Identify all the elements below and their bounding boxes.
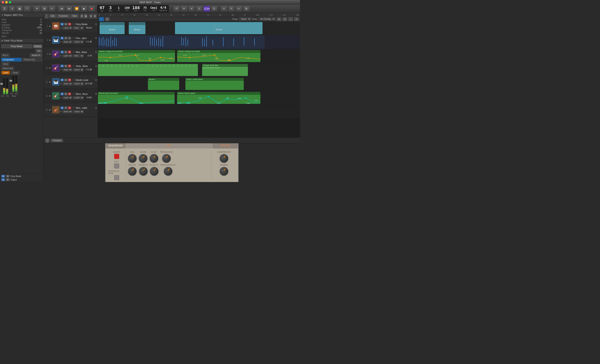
fader-left[interactable] — [2, 78, 2, 95]
track-expand-13[interactable]: ▶ — [49, 109, 51, 111]
snap-tool[interactable]: ⊞ — [105, 17, 110, 21]
r-track-10[interactable]: R — [68, 64, 71, 67]
scroll-up-button[interactable]: ↑ — [45, 14, 48, 18]
arrangement-area[interactable]: 1 9 17 25 33 41 49 57 65 73 81 89 97 105 — [98, 13, 300, 138]
r-track-9[interactable]: R — [68, 51, 71, 54]
track-bottom-expand-11[interactable]: ▶ — [60, 83, 62, 84]
control-select-12[interactable]: Cutoff — [73, 96, 84, 99]
toolbar-help-icon[interactable]: ? — [24, 6, 30, 12]
track-expand-12[interactable]: ▶ — [49, 95, 51, 97]
latch-button[interactable]: Latch — [1, 71, 10, 74]
mode-select-12[interactable]: Latch — [62, 96, 72, 99]
mode-select-11[interactable]: Read — [62, 82, 72, 85]
s-track-8[interactable]: S — [64, 37, 67, 40]
audio-fx-button[interactable]: Audio FX — [30, 54, 42, 57]
region-6-2[interactable]: Electric Buzz*copied 0.000 0.000 1.000 1… — [177, 92, 260, 104]
hihat-knob[interactable] — [149, 154, 159, 163]
control-select-9[interactable]: Filter — [73, 54, 84, 57]
compare-button[interactable]: Compare — [51, 139, 63, 142]
region-1-2[interactable]: -- Muted — [129, 22, 145, 34]
control-select-8[interactable]: Volume — [73, 40, 84, 44]
m-track-9[interactable]: M — [60, 51, 64, 54]
toolbar-cut-icon[interactable]: ✂ — [48, 6, 55, 12]
toolbar-edit1-icon[interactable]: ✦ — [34, 6, 40, 12]
toolbar-window-icon[interactable]: ⊡ — [211, 6, 217, 12]
control-select-13[interactable]: Volume — [73, 110, 84, 113]
control-select-10[interactable]: Volume — [73, 68, 84, 72]
zoom-in-tool[interactable]: ⊕ — [277, 17, 281, 21]
region-3-1[interactable]: Classic Analog Arp*recorded -0.94 0.15 0… — [98, 50, 175, 62]
track-bottom-expand-9[interactable]: ▶ — [60, 55, 62, 57]
channel-name-button[interactable]: Fizzy Beats — [1, 44, 32, 48]
track-bottom-expand-10[interactable]: ▶ — [60, 69, 62, 71]
snare-fx-knob[interactable] — [139, 167, 148, 176]
mode-select-9[interactable]: Latch — [62, 54, 72, 57]
region-4-1[interactable]: V V V V V V V V V V V V — [98, 64, 198, 76]
toolbar-edit2-icon[interactable]: ⊞ — [41, 6, 48, 12]
compressor-master-knob[interactable] — [219, 154, 229, 163]
track-expand-8[interactable]: ▶ — [49, 39, 51, 41]
more-tools[interactable]: ≡ — [294, 17, 299, 21]
bottom-m2-button[interactable]: M — [1, 178, 5, 181]
track-bottom-expand-13[interactable]: ▶ — [60, 110, 62, 112]
drag-select[interactable]: No Overlap — [259, 17, 275, 21]
i-track-8[interactable]: I — [68, 37, 71, 40]
zoom-out-tool[interactable]: ⊖ — [282, 17, 287, 21]
plugin-info-button[interactable]: i — [45, 138, 50, 143]
read-button[interactable]: Read — [11, 71, 19, 74]
region-5-2[interactable]: Elastic Lead*copied — [185, 78, 244, 90]
kick-fx-knob[interactable] — [128, 167, 137, 176]
region-6-1[interactable]: Electric Buzz*recorded 0.000 0.000 .000 … — [98, 92, 175, 104]
pattern-button[interactable] — [114, 175, 119, 180]
region-5-1[interactable]: Elastic L — [148, 78, 179, 90]
track-bottom-expand-1[interactable]: ▶ — [60, 27, 62, 29]
edit-dropdown[interactable]: Edit — [49, 14, 56, 18]
on-off-button[interactable] — [114, 154, 119, 159]
r-track-1[interactable]: R — [68, 23, 71, 26]
toolbar-undo-icon[interactable]: ↩ — [236, 6, 242, 12]
toolbar-list-icon[interactable]: ☰ — [1, 6, 8, 12]
hihat-fx-knob[interactable] — [150, 167, 159, 176]
s-track-11[interactable]: S — [64, 79, 67, 82]
track-options-btn[interactable]: ▾ — [93, 14, 96, 18]
expand-tool[interactable]: ↕ — [288, 17, 293, 21]
toolbar-panel-icon[interactable]: ▦ — [16, 6, 23, 12]
mode-select-13[interactable]: Read — [62, 110, 72, 113]
maximize-button[interactable] — [9, 1, 11, 4]
minimize-button[interactable] — [5, 1, 8, 4]
track-settings-btn[interactable]: ▾ — [89, 14, 93, 18]
mode-select-10[interactable]: Read — [62, 68, 72, 72]
s-track-13[interactable]: S — [64, 106, 67, 109]
control-select-11[interactable]: Volume — [73, 82, 84, 85]
region-1-1[interactable]: -- Muted — [100, 22, 125, 34]
m-track-1[interactable]: M — [60, 23, 64, 26]
compressor-button[interactable]: Compressor — [1, 58, 21, 61]
s-track-9[interactable]: S — [64, 51, 67, 54]
toolbar-x-icon[interactable]: ✕ — [188, 6, 195, 12]
setting-button[interactable]: Setting — [33, 45, 42, 48]
control-select-1[interactable]: Mute — [73, 26, 84, 30]
m-track-12[interactable]: M — [60, 92, 64, 95]
view-dropdown[interactable]: View — [70, 14, 79, 18]
m-track-11[interactable]: M — [60, 79, 64, 82]
toolbar-export-icon[interactable]: ⊞ — [243, 6, 250, 12]
fader-right[interactable] — [11, 75, 12, 92]
functions-dropdown[interactable]: Functions — [57, 14, 70, 18]
skip-back-button[interactable]: ⏪ — [73, 6, 80, 12]
mode-select-8[interactable]: Read — [62, 40, 72, 44]
snap-select[interactable]: Smart — [239, 17, 251, 21]
region-4-2[interactable]: Vintage Synth Bas — [202, 64, 248, 76]
region-3-2[interactable]: Classic Analog Arp*copied 0.15 0.15 1.00… — [177, 50, 260, 62]
r-track-13[interactable]: R — [68, 106, 71, 109]
toolbar-info-icon[interactable]: ℹ — [9, 6, 15, 12]
s-track-1[interactable]: S — [64, 23, 67, 26]
kick-knob[interactable] — [128, 154, 137, 163]
toolbar-edit3-icon[interactable]: ✎ — [228, 6, 235, 12]
bottom-m-button[interactable]: M — [1, 175, 5, 178]
rewind-button[interactable]: ⏮ — [58, 6, 65, 12]
add-track-icon-btn[interactable]: ✦ — [80, 14, 83, 18]
channel-eq-button[interactable]: Channel EQ — [22, 58, 43, 61]
toolbar-pencil-icon[interactable]: ✏ — [181, 6, 188, 12]
record-button[interactable]: ⏺ — [88, 6, 95, 12]
percussion-knob[interactable] — [162, 154, 171, 163]
